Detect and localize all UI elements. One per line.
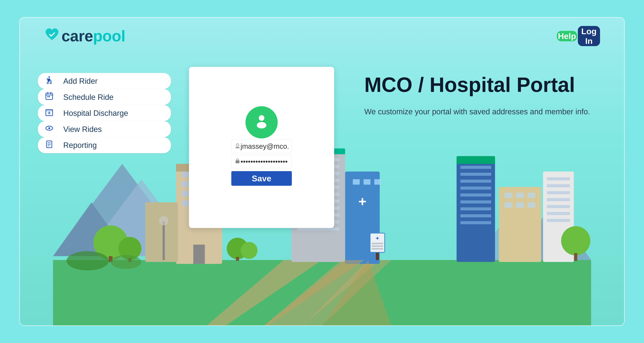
svg-point-82 xyxy=(561,226,590,255)
sidebar-item-add-rider-label: Add Rider xyxy=(63,77,98,86)
sidebar-nav: Add Rider Schedule Ride xyxy=(38,73,171,153)
calendar-icon xyxy=(45,92,54,103)
password-group xyxy=(231,155,292,168)
wheelchair-icon xyxy=(45,76,54,86)
svg-rect-52 xyxy=(460,214,491,217)
header: carepool Help Log In xyxy=(20,18,624,55)
svg-rect-65 xyxy=(547,198,570,201)
logo-icon xyxy=(44,27,60,46)
svg-rect-14 xyxy=(182,181,190,187)
svg-rect-67 xyxy=(547,212,570,215)
user-icon xyxy=(254,112,270,132)
sidebar-item-schedule-ride[interactable]: Schedule Ride xyxy=(38,89,171,105)
svg-rect-50 xyxy=(460,200,491,203)
svg-rect-112 xyxy=(236,160,240,163)
svg-rect-73 xyxy=(372,245,383,247)
svg-rect-46 xyxy=(460,173,491,176)
svg-rect-23 xyxy=(193,244,205,264)
svg-point-85 xyxy=(159,216,168,225)
app-frame: + xyxy=(20,17,625,326)
svg-rect-45 xyxy=(460,166,491,169)
svg-rect-74 xyxy=(372,248,383,250)
login-modal: Save xyxy=(189,67,334,228)
svg-rect-98 xyxy=(49,96,50,97)
svg-rect-27 xyxy=(353,179,360,185)
svg-rect-60 xyxy=(528,202,535,208)
svg-text:+: + xyxy=(376,235,379,241)
svg-text:+: + xyxy=(358,194,366,209)
svg-rect-97 xyxy=(48,96,48,97)
save-button[interactable]: Save xyxy=(231,171,292,186)
svg-rect-17 xyxy=(182,191,190,196)
hero-subtitle: We customize your portal with saved addr… xyxy=(364,106,594,118)
logo-text: carepool xyxy=(62,27,125,45)
svg-point-81 xyxy=(240,242,258,259)
svg-rect-51 xyxy=(460,207,491,210)
svg-rect-47 xyxy=(460,180,491,183)
svg-rect-53 xyxy=(460,221,491,224)
sidebar-item-reporting[interactable]: Reporting xyxy=(38,137,171,153)
svg-point-91 xyxy=(47,82,48,84)
lock-icon xyxy=(234,158,241,165)
svg-rect-84 xyxy=(162,222,165,260)
help-button[interactable]: Help xyxy=(557,31,577,41)
svg-rect-29 xyxy=(374,179,381,185)
svg-rect-56 xyxy=(516,193,524,198)
svg-rect-64 xyxy=(547,191,570,194)
svg-point-90 xyxy=(48,76,50,78)
svg-rect-24 xyxy=(145,202,178,262)
sidebar-item-view-rides[interactable]: View Rides xyxy=(38,121,171,137)
svg-rect-66 xyxy=(547,205,570,208)
svg-rect-58 xyxy=(504,202,512,208)
hero-section: MCO / Hospital Portal We customize your … xyxy=(364,73,594,117)
svg-point-110 xyxy=(257,122,266,128)
header-buttons: Help Log In xyxy=(557,26,600,46)
svg-rect-49 xyxy=(460,193,491,196)
svg-point-92 xyxy=(50,82,52,84)
eye-icon xyxy=(45,124,54,135)
sidebar-item-view-rides-label: View Rides xyxy=(63,125,102,134)
sidebar-item-add-rider[interactable]: Add Rider xyxy=(38,73,171,89)
hero-title: MCO / Hospital Portal xyxy=(364,73,594,97)
svg-rect-68 xyxy=(547,219,570,222)
svg-rect-55 xyxy=(504,193,512,198)
svg-rect-62 xyxy=(547,177,570,180)
svg-rect-28 xyxy=(364,179,370,185)
svg-rect-59 xyxy=(516,202,524,208)
svg-rect-54 xyxy=(499,187,541,262)
svg-rect-20 xyxy=(182,200,190,206)
svg-point-109 xyxy=(259,115,264,121)
svg-rect-11 xyxy=(182,172,190,177)
svg-rect-63 xyxy=(547,184,570,187)
sidebar-item-reporting-label: Reporting xyxy=(63,141,97,150)
svg-point-104 xyxy=(48,127,50,129)
avatar xyxy=(246,106,278,138)
sidebar-item-schedule-ride-label: Schedule Ride xyxy=(63,93,114,102)
sidebar-item-hospital-discharge[interactable]: Hospital Discharge xyxy=(38,105,171,121)
login-button[interactable]: Log In xyxy=(578,26,600,46)
svg-point-87 xyxy=(110,255,141,269)
svg-rect-72 xyxy=(372,243,383,244)
sidebar-item-hospital-discharge-label: Hospital Discharge xyxy=(63,109,128,118)
email-group xyxy=(231,140,292,153)
svg-rect-57 xyxy=(528,193,535,198)
logo: carepool xyxy=(44,27,125,46)
svg-rect-80 xyxy=(236,257,239,261)
svg-point-86 xyxy=(66,251,109,270)
hospital-icon xyxy=(45,108,54,119)
report-icon xyxy=(45,140,54,151)
svg-rect-44 xyxy=(456,156,495,164)
svg-point-111 xyxy=(236,144,239,146)
svg-rect-100 xyxy=(46,110,52,111)
svg-rect-48 xyxy=(460,186,491,190)
svg-rect-83 xyxy=(574,253,577,261)
email-icon xyxy=(234,142,241,150)
